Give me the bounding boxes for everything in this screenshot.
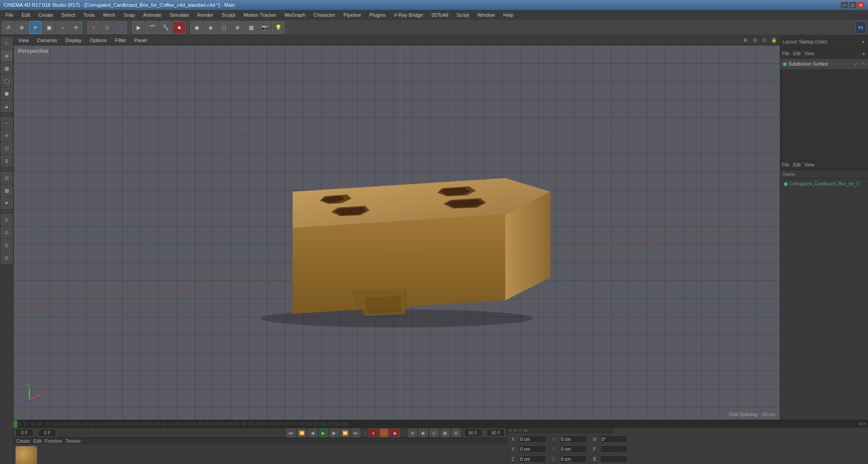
menu-sculpt[interactable]: Sculpt <box>218 11 239 19</box>
display-box[interactable]: ⬡ <box>218 21 230 34</box>
end-frame-input[interactable] <box>464 429 482 437</box>
display-cam[interactable]: 📷 <box>258 21 271 34</box>
render-queue[interactable]: ■ <box>173 21 185 34</box>
close-button[interactable]: ✕ <box>857 2 864 8</box>
subdiv-edit[interactable]: ✎ <box>862 62 865 66</box>
menu-create[interactable]: Create <box>35 11 57 19</box>
rp-edit[interactable]: Edit <box>793 51 801 56</box>
mat-texture[interactable]: Texture <box>66 439 81 444</box>
next-key-btn[interactable]: ⏩ <box>341 428 350 437</box>
mode-preview[interactable]: ▦ <box>441 428 450 437</box>
menu-mograph[interactable]: MoGraph <box>281 11 309 19</box>
vp-menu-panel[interactable]: Panel <box>132 37 150 44</box>
tool-more4[interactable]: ⊙ <box>1 252 13 264</box>
display-quick[interactable]: ⊕ <box>231 21 244 34</box>
menu-simulate[interactable]: Simulate <box>166 11 193 19</box>
y-size-input[interactable] <box>560 445 587 453</box>
vp-icon-fullscreen[interactable]: ⊡ <box>760 36 768 44</box>
record-btn[interactable]: ● <box>369 428 378 437</box>
menu-mesh[interactable]: Mesh <box>100 11 119 19</box>
z-pos-input[interactable] <box>519 455 546 463</box>
tool-x[interactable]: ✕ <box>87 21 100 34</box>
next-frame-btn[interactable]: ▶ <box>330 428 339 437</box>
rp-view[interactable]: View <box>804 51 814 56</box>
vp-icon-expand[interactable]: ⊞ <box>741 36 749 44</box>
minimize-button[interactable]: ─ <box>841 2 848 8</box>
key-btn[interactable]: ◆ <box>390 428 399 437</box>
menu-tools[interactable]: Tools <box>80 11 99 19</box>
menu-edit[interactable]: Edit <box>18 11 34 19</box>
prev-key-btn[interactable]: ⏪ <box>297 428 306 437</box>
tool-move[interactable]: ⊕ <box>15 21 28 34</box>
python-button[interactable]: Py <box>855 21 866 34</box>
mode-texture[interactable]: ◈ <box>1 50 13 62</box>
b-rot-input[interactable] <box>600 455 627 463</box>
skip-end-btn[interactable]: ⏭ <box>351 428 360 437</box>
display-wire[interactable]: ◈ <box>204 21 217 34</box>
mat-create[interactable]: Create <box>16 439 30 444</box>
menu-pipeline[interactable]: Pipeline <box>340 11 365 19</box>
tool-select[interactable]: ✛ <box>29 21 42 34</box>
auto-key-btn[interactable]: ○ <box>379 428 389 437</box>
play-btn[interactable]: ▶ <box>319 428 328 437</box>
menu-animate[interactable]: Animate <box>140 11 165 19</box>
tool-y[interactable]: ⊙ <box>101 21 114 34</box>
subdiv-check[interactable]: ✓ <box>854 61 858 67</box>
tool-move2[interactable]: ✛ <box>1 130 13 142</box>
p-rot-input[interactable] <box>600 445 627 453</box>
vp-menu-view[interactable]: View <box>15 37 32 44</box>
mat-thumbnail[interactable] <box>15 446 37 464</box>
undo-button[interactable]: ↺ <box>2 21 14 34</box>
x-size-input[interactable] <box>560 436 587 443</box>
mode-loop[interactable]: ◉ <box>419 428 428 437</box>
x-pos-input[interactable] <box>519 436 546 443</box>
vp-menu-cameras[interactable]: Cameras <box>34 37 60 44</box>
render-region[interactable]: ▶ <box>132 21 145 34</box>
y-pos-input[interactable] <box>519 445 546 453</box>
tool-layers[interactable]: ▦ <box>1 185 13 196</box>
mode-face[interactable]: ⬟ <box>1 88 13 99</box>
mode-model[interactable]: ▷ <box>1 37 13 49</box>
start-frame-input[interactable] <box>15 429 33 437</box>
fps-input[interactable] <box>487 429 505 437</box>
menu-help[interactable]: Help <box>500 11 517 19</box>
render-settings[interactable]: 🔧 <box>159 21 172 34</box>
tool-more1[interactable]: ⊙ <box>1 214 13 226</box>
render-view[interactable]: 🎬 <box>146 21 158 34</box>
z-size-input[interactable] <box>560 455 587 463</box>
mat-edit[interactable]: Edit <box>33 439 41 444</box>
current-frame-input[interactable] <box>38 429 56 437</box>
tool-add[interactable]: ✛ <box>70 21 82 34</box>
rp2-edit[interactable]: Edit <box>793 162 801 167</box>
scene-item-0[interactable]: Corrugated_Cardboard_Box_for_C <box>782 180 866 187</box>
maximize-button[interactable]: □ <box>849 2 856 8</box>
mat-function[interactable]: Function <box>45 439 62 444</box>
rp2-view[interactable]: View <box>804 162 814 167</box>
display-grid[interactable]: ▦ <box>245 21 257 34</box>
menu-plugins[interactable]: Plugins <box>365 11 389 19</box>
rp2-file[interactable]: File <box>782 162 789 167</box>
timeline-ruler[interactable]: 0 2 4 6 8 10 12 14 16 18 20 22 24 26 28 … <box>14 420 868 428</box>
rp-file[interactable]: File <box>782 51 789 56</box>
tool-more2[interactable]: ⊙ <box>1 227 13 238</box>
display-light[interactable]: 💡 <box>272 21 285 34</box>
menu-3dtoall[interactable]: 3DToAll <box>427 11 452 19</box>
skip-start-btn[interactable]: ⏮ <box>286 428 295 437</box>
layout-arrow[interactable]: ▼ <box>861 40 865 44</box>
tool-scale[interactable]: ◷ <box>1 142 13 154</box>
mode-anim[interactable]: ⊕ <box>408 428 417 437</box>
tool-more3[interactable]: ⊙ <box>1 239 13 251</box>
menu-select[interactable]: Select <box>58 11 79 19</box>
vp-menu-filter[interactable]: Filter <box>112 37 128 44</box>
h-rot-input[interactable] <box>600 436 627 443</box>
tool-box[interactable]: ▣ <box>43 21 55 34</box>
tool-circle[interactable]: ○ <box>56 21 69 34</box>
vp-icon-layout[interactable]: ⊟ <box>751 36 759 44</box>
tool-bp[interactable]: ▼ <box>1 197 13 209</box>
menu-snap[interactable]: Snap <box>120 11 139 19</box>
menu-script[interactable]: Script <box>453 11 473 19</box>
vp-icon-lock[interactable]: 🔒 <box>770 36 778 44</box>
tool-rotate[interactable]: $ <box>1 155 13 167</box>
tool-paint[interactable]: ◎ <box>1 172 13 184</box>
menu-file[interactable]: File <box>2 11 17 19</box>
